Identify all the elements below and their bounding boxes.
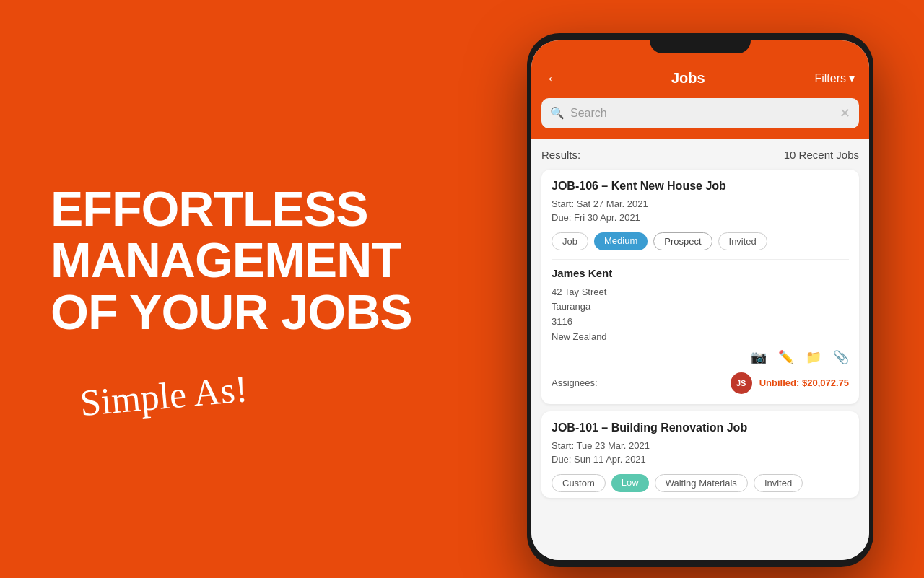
tagline: Simple As! — [78, 351, 434, 424]
right-panel: ← Jobs Filters ▾ 🔍 Search ✕ Resu — [476, 0, 924, 578]
tag-job[interactable]: Job — [552, 232, 588, 250]
headline-line2: MANAGEMENT — [51, 232, 401, 287]
unbilled-amount[interactable]: Unbilled: $20,072.75 — [759, 377, 849, 388]
left-panel: EFFORTLESS MANAGEMENT OF YOUR JOBS Simpl… — [0, 0, 476, 578]
tag-waiting-materials[interactable]: Waiting Materials — [655, 474, 748, 492]
assignee-avatar-js[interactable]: JS — [731, 372, 752, 394]
job-tags-1: Job Medium Prospect Invited — [552, 232, 849, 250]
assignees-label: Assignees: — [552, 377, 598, 388]
job-dates-2: Start: Tue 23 Mar. 2021 Due: Sun 11 Apr.… — [552, 439, 849, 467]
tag-prospect[interactable]: Prospect — [653, 232, 712, 250]
app-content: Results: 10 Recent Jobs JOB-106 – Kent N… — [531, 139, 869, 560]
search-clear-icon[interactable]: ✕ — [840, 105, 850, 121]
header-title: Jobs — [671, 70, 705, 87]
tag-medium[interactable]: Medium — [594, 232, 648, 250]
results-label: Results: — [541, 149, 580, 161]
phone-frame: ← Jobs Filters ▾ 🔍 Search ✕ Resu — [527, 33, 873, 567]
client-address-1: 42 Tay Street Tauranga 3116 New Zealand — [552, 285, 849, 345]
back-button[interactable]: ← — [546, 69, 562, 88]
assignees-row-1: Assignees: JS Unbilled: $20,072.75 — [552, 372, 849, 394]
search-input-wrap[interactable]: 🔍 Search ✕ — [541, 98, 859, 128]
card-actions-1: 📷 ✏️ 📁 📎 — [552, 349, 849, 365]
assignees-right: JS Unbilled: $20,072.75 — [731, 372, 849, 394]
search-bar: 🔍 Search ✕ — [531, 98, 869, 139]
search-icon: 🔍 — [550, 106, 565, 120]
results-bar: Results: 10 Recent Jobs — [541, 149, 859, 161]
job-card-2[interactable]: JOB-101 – Building Renovation Job Start:… — [541, 411, 859, 498]
tag-invited[interactable]: Invited — [718, 232, 767, 250]
job-dates-1: Start: Sat 27 Mar. 2021 Due: Fri 30 Apr.… — [552, 197, 849, 225]
job-card-1[interactable]: JOB-106 – Kent New House Job Start: Sat … — [541, 170, 859, 404]
headline-line1: EFFORTLESS — [51, 181, 368, 236]
job-title-2: JOB-101 – Building Renovation Job — [552, 421, 849, 434]
camera-icon[interactable]: 📷 — [751, 349, 767, 365]
tag-invited-2[interactable]: Invited — [754, 474, 803, 492]
card-divider — [552, 259, 849, 260]
phone-screen: ← Jobs Filters ▾ 🔍 Search ✕ Resu — [531, 40, 869, 560]
phone-notch — [650, 33, 751, 53]
client-name-1: James Kent — [552, 267, 849, 279]
job-tags-2: Custom Low Waiting Materials Invited — [552, 474, 849, 492]
search-input[interactable]: Search — [570, 107, 834, 120]
job-title-1: JOB-106 – Kent New House Job — [552, 180, 849, 193]
folder-icon[interactable]: 📁 — [806, 349, 821, 365]
headline-line3: OF YOUR JOBS — [51, 284, 412, 339]
tag-custom[interactable]: Custom — [552, 474, 606, 492]
headline: EFFORTLESS MANAGEMENT OF YOUR JOBS — [51, 183, 433, 338]
results-count: 10 Recent Jobs — [784, 149, 859, 161]
attachment-icon[interactable]: 📎 — [833, 349, 849, 365]
edit-icon[interactable]: ✏️ — [778, 349, 794, 365]
tag-low[interactable]: Low — [611, 474, 649, 492]
filters-button[interactable]: Filters ▾ — [814, 71, 855, 85]
